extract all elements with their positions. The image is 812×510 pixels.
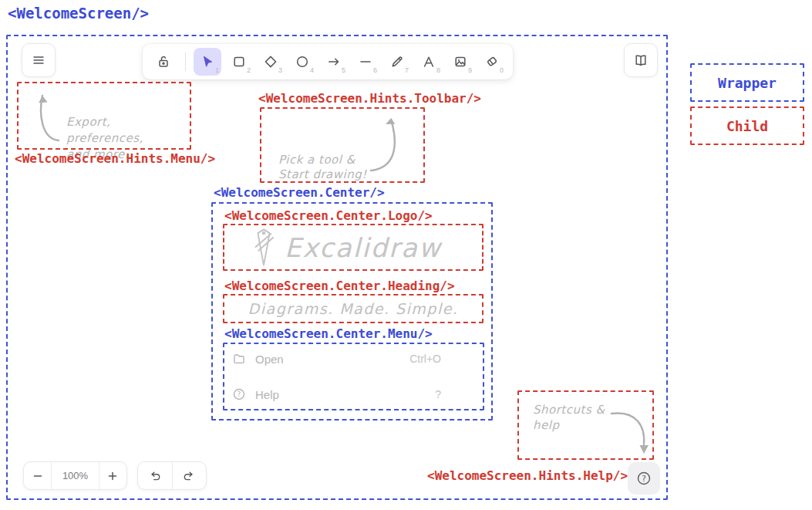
menu-item-help[interactable]: ? Help ? bbox=[224, 387, 483, 401]
main-menu-button[interactable] bbox=[22, 43, 56, 77]
lock-tool-button[interactable] bbox=[150, 48, 177, 76]
hints-toolbar-label: <WelcomeScreen.Hints.Toolbar/> bbox=[258, 91, 481, 106]
hint-arrow-toolbar bbox=[362, 109, 416, 180]
legend-wrapper-text: Wrapper bbox=[718, 75, 777, 91]
menu-item-open-shortcut: Ctrl+O bbox=[409, 353, 441, 365]
hint-help-text-line1: Shortcuts & bbox=[533, 402, 605, 417]
pencil-icon bbox=[389, 54, 405, 69]
tool-shortcut-number: 0 bbox=[500, 66, 504, 74]
center-label: <WelcomeScreen.Center/> bbox=[214, 185, 385, 200]
hint-toolbar-text: Pick a tool & Start drawing! bbox=[278, 153, 367, 182]
hints-help-label: <WelcomeScreen.Hints.Help/> bbox=[427, 468, 628, 483]
root-component-label: <WelcomeScreen/> bbox=[8, 5, 149, 22]
center-logo-label: <WelcomeScreen.Center.Logo/> bbox=[224, 208, 433, 223]
excalidraw-logo-text: Excalidraw bbox=[285, 232, 442, 263]
center-logo-box: Excalidraw bbox=[223, 224, 483, 271]
undo-redo-controls bbox=[137, 461, 207, 490]
tool-shortcut-number: 7 bbox=[405, 66, 409, 74]
line-tool-button[interactable]: 6 bbox=[352, 48, 379, 76]
eraser-tool-button[interactable]: 0 bbox=[478, 48, 506, 76]
hint-toolbar-text-line2: Start drawing! bbox=[278, 167, 367, 182]
svg-text:?: ? bbox=[642, 474, 646, 483]
eraser-icon bbox=[484, 54, 500, 69]
menu-item-open-label: Open bbox=[255, 353, 284, 366]
help-circle-icon: ? bbox=[232, 387, 246, 401]
hints-menu-box: Export, preferences, and more... bbox=[17, 82, 191, 150]
center-menu-label: <WelcomeScreen.Center.Menu/> bbox=[224, 326, 433, 341]
hamburger-icon bbox=[31, 52, 46, 68]
hint-toolbar-text-line1: Pick a tool & bbox=[278, 153, 367, 167]
legend-wrapper: Wrapper bbox=[690, 63, 804, 102]
draw-tool-button[interactable]: 7 bbox=[383, 48, 411, 76]
center-heading-box: Diagrams. Made. Simple. bbox=[223, 294, 483, 323]
diamond-tool-button[interactable]: 3 bbox=[257, 48, 285, 76]
rectangle-tool-button[interactable]: 2 bbox=[225, 48, 253, 76]
line-icon bbox=[358, 54, 373, 69]
text-icon bbox=[421, 54, 436, 69]
diamond-icon bbox=[263, 54, 278, 69]
arrow-icon bbox=[326, 54, 342, 69]
tool-shortcut-number: 9 bbox=[468, 66, 472, 74]
arrow-tool-button[interactable]: 5 bbox=[320, 48, 348, 76]
help-button[interactable]: ? bbox=[628, 462, 660, 495]
excalidraw-pencil-icon bbox=[251, 227, 277, 269]
welcome-screen-annotated-page: <WelcomeScreen/> bbox=[0, 0, 812, 510]
tool-shortcut-number: 1 bbox=[215, 66, 219, 74]
zoom-in-button[interactable] bbox=[99, 462, 126, 489]
hint-help-text: Shortcuts & help bbox=[533, 402, 605, 433]
hints-toolbar-box: Pick a tool & Start drawing! bbox=[260, 107, 425, 183]
tool-shortcut-number: 4 bbox=[310, 66, 314, 74]
menu-item-open[interactable]: Open Ctrl+O bbox=[224, 352, 483, 366]
legend-child-text: Child bbox=[726, 118, 768, 134]
toolbar-divider bbox=[185, 52, 186, 71]
tool-shortcut-number: 5 bbox=[342, 66, 345, 74]
tool-shortcut-number: 8 bbox=[436, 66, 440, 74]
ellipse-icon bbox=[295, 54, 310, 69]
menu-item-help-label: Help bbox=[255, 388, 279, 401]
hint-arrow-menu bbox=[26, 83, 72, 148]
selection-tool-button[interactable]: 1 bbox=[194, 48, 221, 76]
tool-shortcut-number: 2 bbox=[247, 66, 251, 74]
tool-toolbar: 1 2 3 4 bbox=[143, 44, 513, 79]
text-tool-button[interactable]: 8 bbox=[415, 48, 443, 76]
excalidraw-logo: Excalidraw bbox=[251, 227, 442, 269]
hint-arrow-help bbox=[605, 392, 653, 458]
zoom-controls: 100% bbox=[23, 461, 127, 490]
ellipse-tool-button[interactable]: 4 bbox=[288, 48, 316, 76]
image-icon bbox=[453, 54, 468, 69]
cursor-icon bbox=[200, 54, 215, 69]
center-heading-label: <WelcomeScreen.Center.Heading/> bbox=[224, 279, 455, 293]
zoom-level-value[interactable]: 100% bbox=[52, 462, 98, 489]
folder-icon bbox=[232, 352, 246, 366]
undo-button[interactable] bbox=[138, 462, 172, 489]
legend-child: Child bbox=[690, 106, 804, 145]
library-button[interactable] bbox=[624, 43, 658, 77]
tool-shortcut-number: 3 bbox=[278, 66, 282, 74]
hints-menu-label: <WelcomeScreen.Hints.Menu/> bbox=[15, 151, 215, 166]
unlock-icon bbox=[156, 54, 171, 69]
rectangle-icon bbox=[231, 54, 247, 69]
undo-icon bbox=[148, 469, 162, 483]
image-tool-button[interactable]: 9 bbox=[446, 48, 474, 76]
center-heading-text: Diagrams. Made. Simple. bbox=[248, 300, 459, 317]
book-icon bbox=[633, 52, 649, 68]
menu-item-help-shortcut: ? bbox=[435, 388, 441, 400]
tool-shortcut-number: 6 bbox=[373, 66, 377, 74]
zoom-out-button[interactable] bbox=[24, 462, 51, 489]
center-menu-box: Open Ctrl+O ? Help ? bbox=[223, 343, 484, 410]
hint-help-text-line2: help bbox=[533, 417, 605, 433]
redo-button[interactable] bbox=[173, 462, 207, 489]
hint-menu-text-line1: Export, preferences, bbox=[66, 114, 190, 147]
question-mark-icon: ? bbox=[635, 470, 652, 487]
redo-icon bbox=[182, 469, 196, 483]
hints-help-box: Shortcuts & help bbox=[517, 390, 654, 460]
svg-text:?: ? bbox=[238, 390, 241, 398]
